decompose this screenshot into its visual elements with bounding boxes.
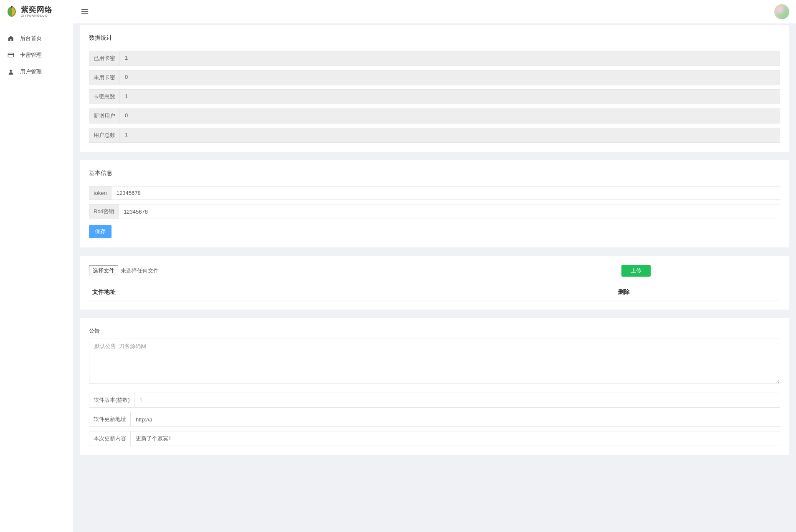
version-label: 软件版本(整数) <box>89 393 134 408</box>
stat-value: 1 <box>119 89 780 104</box>
update-url-label: 软件更新地址 <box>89 412 130 427</box>
stat-row: 卡密总数 1 <box>89 89 780 104</box>
upload-card: 选择文件 未选择任何文件 上传 文件地址 删除 <box>80 256 789 310</box>
update-content-input[interactable] <box>130 431 780 446</box>
sidebar-item-home[interactable]: 后台首页 <box>0 30 73 47</box>
rc4-label: Rc4密钥 <box>89 204 118 219</box>
nav-list: 后台首页 卡密管理 用户管理 <box>0 23 73 80</box>
user-icon <box>8 68 14 75</box>
notice-textarea[interactable] <box>89 338 780 384</box>
save-button[interactable]: 保存 <box>89 225 112 238</box>
stat-row: 已用卡密 1 <box>89 51 780 66</box>
sidebar: 紫奕网络 ZIYIWANGLUO 后台首页 卡密管理 <box>0 0 73 532</box>
file-status: 未选择任何文件 <box>121 267 159 275</box>
stat-value: 0 <box>119 108 780 124</box>
basic-info-title: 基本信息 <box>89 169 780 177</box>
sidebar-item-label: 用户管理 <box>20 68 42 76</box>
stat-label: 卡密总数 <box>89 89 119 104</box>
stat-row: 新增用户 0 <box>89 108 780 124</box>
stat-label: 未用卡密 <box>89 70 119 85</box>
col-delete: 删除 <box>618 288 777 296</box>
logo-icon <box>5 5 18 18</box>
svg-point-3 <box>10 70 12 72</box>
file-table-header: 文件地址 删除 <box>89 284 780 300</box>
stat-label: 新增用户 <box>89 108 119 124</box>
update-url-input[interactable] <box>130 412 780 427</box>
logo-subtitle: ZIYIWANGLUO <box>21 14 53 18</box>
card-icon <box>8 52 14 58</box>
stat-value: 1 <box>119 128 780 143</box>
avatar[interactable] <box>774 4 789 19</box>
sidebar-item-label: 卡密管理 <box>20 51 42 59</box>
stat-label: 已用卡密 <box>89 51 119 66</box>
col-file-address: 文件地址 <box>92 288 618 296</box>
choose-file-button[interactable]: 选择文件 <box>89 265 118 276</box>
logo: 紫奕网络 ZIYIWANGLUO <box>0 0 73 23</box>
home-icon <box>8 35 14 42</box>
stats-title: 数据统计 <box>89 34 780 42</box>
stat-label: 用户总数 <box>89 128 119 143</box>
svg-point-0 <box>11 6 13 8</box>
topbar <box>73 0 796 23</box>
logo-title: 紫奕网络 <box>21 6 53 13</box>
stats-card: 数据统计 已用卡密 1 未用卡密 0 卡密总数 1 新增用户 <box>80 25 789 152</box>
svg-rect-2 <box>8 54 13 55</box>
stat-value: 0 <box>119 70 780 85</box>
stat-value: 1 <box>119 51 780 66</box>
notice-label: 公告 <box>89 327 780 335</box>
update-content-label: 本次更新内容 <box>89 431 130 446</box>
sidebar-item-label: 后台首页 <box>20 35 42 42</box>
menu-toggle-icon[interactable] <box>80 7 90 17</box>
notice-card: 公告 软件版本(整数) 软件更新地址 本次更新内容 <box>80 318 789 455</box>
stat-row: 未用卡密 0 <box>89 70 780 85</box>
rc4-input[interactable] <box>118 204 780 219</box>
token-label: token <box>89 186 111 200</box>
sidebar-item-user[interactable]: 用户管理 <box>0 63 73 80</box>
version-input[interactable] <box>134 393 780 408</box>
sidebar-item-card[interactable]: 卡密管理 <box>0 47 73 63</box>
upload-button[interactable]: 上传 <box>621 265 651 277</box>
token-input[interactable] <box>111 186 780 200</box>
basic-info-card: 基本信息 token Rc4密钥 保存 <box>80 160 789 247</box>
stat-row: 用户总数 1 <box>89 128 780 143</box>
